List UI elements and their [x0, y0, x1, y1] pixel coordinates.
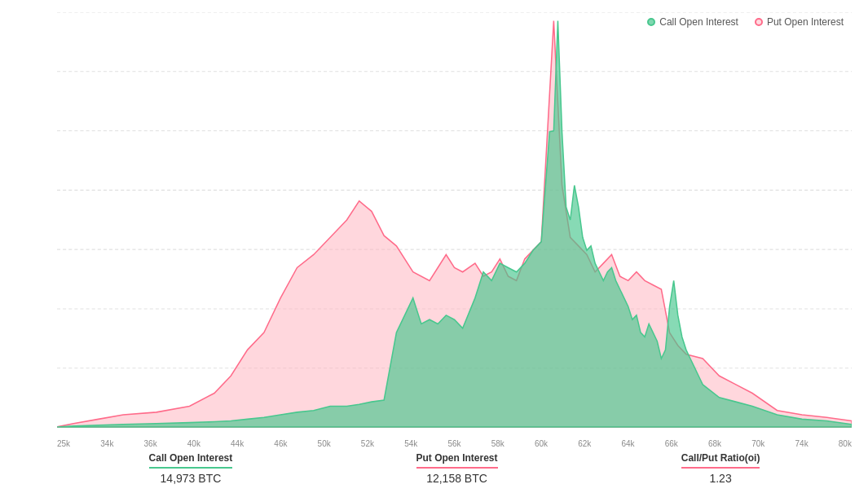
x-label-68k: 68k — [708, 439, 721, 448]
chart-area: 25k 34k 36k 40k 44k 46k 50k 52k 54k 56k … — [57, 12, 852, 428]
x-label-52k: 52k — [361, 439, 374, 448]
x-axis: 25k 34k 36k 40k 44k 46k 50k 52k 54k 56k … — [57, 439, 852, 448]
stat-call-oi-value: 14,973 BTC — [149, 472, 233, 485]
x-label-60k: 60k — [535, 439, 548, 448]
x-label-36k: 36k — [144, 439, 157, 448]
x-label-70k: 70k — [751, 439, 764, 448]
x-label-40k: 40k — [187, 439, 200, 448]
x-label-80k: 80k — [839, 439, 852, 448]
stat-put-oi-value: 12,158 BTC — [416, 472, 498, 485]
stat-put-oi-label: Put Open Interest — [416, 452, 498, 464]
stat-call-oi-underline — [149, 467, 233, 469]
x-label-58k: 58k — [491, 439, 504, 448]
x-label-50k: 50k — [318, 439, 331, 448]
stat-ratio-underline — [681, 467, 760, 469]
stat-put-oi-underline — [416, 467, 498, 469]
x-label-46k: 46k — [274, 439, 287, 448]
call-area — [57, 21, 852, 427]
x-label-62k: 62k — [578, 439, 591, 448]
stat-call-oi-label: Call Open Interest — [149, 452, 233, 464]
chart-svg — [57, 12, 852, 428]
x-label-56k: 56k — [447, 439, 460, 448]
x-label-44k: 44k — [231, 439, 244, 448]
x-label-64k: 64k — [621, 439, 634, 448]
stat-ratio-label: Call/Put Ratio(oi) — [681, 452, 760, 464]
x-label-34k: 34k — [100, 439, 113, 448]
x-label-54k: 54k — [404, 439, 417, 448]
stat-ratio: Call/Put Ratio(oi) 1.23 — [681, 452, 760, 485]
x-label-66k: 66k — [665, 439, 678, 448]
stat-put-oi: Put Open Interest 12,158 BTC — [416, 452, 498, 485]
stat-ratio-value: 1.23 — [681, 472, 760, 485]
x-label-74k: 74k — [795, 439, 809, 448]
stats-bar: Call Open Interest 14,973 BTC Put Open I… — [57, 452, 852, 485]
x-label-25k: 25k — [57, 439, 70, 448]
stat-call-oi: Call Open Interest 14,973 BTC — [149, 452, 233, 485]
chart-container: Call Open Interest Put Open Interest 3.5… — [0, 0, 868, 493]
